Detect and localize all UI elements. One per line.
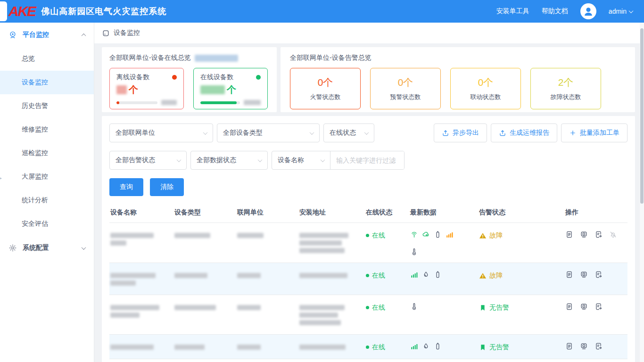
cell-latest-data [410, 230, 474, 256]
filter-select-row2-0[interactable]: 全部告警状态 [109, 151, 187, 170]
doc-arrow-icon[interactable] [594, 271, 603, 279]
doc-icon[interactable] [565, 271, 573, 279]
keyword-input[interactable] [330, 151, 404, 169]
header-link-help-docs[interactable]: 帮助文档 [542, 7, 568, 16]
cell-device-type [173, 335, 236, 359]
camera-icon[interactable] [580, 230, 588, 239]
filter-select-row2-1[interactable]: 全部数据状态 [190, 151, 268, 170]
sidebar-item-0[interactable]: 总览 [0, 47, 94, 71]
user-menu[interactable]: admin [609, 8, 633, 15]
breadcrumb: 设备监控 [94, 23, 644, 43]
cell-device-name [109, 335, 173, 359]
sidebar-item-7[interactable]: 安全评估 [0, 212, 94, 236]
doc-arrow-icon[interactable] [594, 230, 603, 239]
doc-arrow-icon[interactable] [594, 303, 603, 311]
offline-progress-bar [116, 101, 157, 104]
query-button[interactable]: 查询 [109, 178, 143, 196]
redacted-text [299, 248, 345, 253]
screen-icon [102, 29, 110, 37]
export-icon [442, 129, 449, 137]
battery-icon [434, 230, 442, 239]
count-unit: 个 [227, 83, 236, 96]
header-link-install-tool[interactable]: 安装单工具 [496, 7, 529, 16]
redacted-text [237, 233, 264, 238]
sidebar-item-4[interactable]: 巡检监控 [0, 141, 94, 165]
camera-icon[interactable] [580, 271, 588, 279]
select-value: 全部数据状态 [197, 156, 236, 165]
button-label: 异步导出 [453, 129, 479, 137]
online-progress-bar [200, 101, 240, 104]
signal-bars-orange-icon [446, 230, 454, 239]
redacted-text [110, 240, 126, 246]
alarm-status-label: 故障 [489, 271, 503, 280]
cell-network-unit [236, 223, 298, 247]
doc-icon[interactable] [565, 342, 573, 350]
sidebar-group-platform-monitor[interactable]: 平台监控 [0, 23, 94, 47]
drop-icon [422, 271, 430, 279]
doc-icon[interactable] [565, 303, 573, 311]
scrollbar-thumb[interactable] [640, 28, 644, 204]
sidebar-item-1[interactable]: 设备监控 [0, 71, 94, 94]
redacted-text [237, 345, 261, 350]
camera-icon[interactable] [580, 303, 588, 311]
cell-device-type [173, 263, 236, 287]
sidebar-item-6[interactable]: 统计分析 [0, 189, 94, 212]
online-overview-title: 全部联网单位-设备在线总览 [109, 54, 191, 62]
alarm-count: 0个 [398, 76, 413, 89]
redacted-text [299, 320, 341, 325]
alarm-label: 联动状态数 [471, 93, 501, 101]
camera-icon[interactable] [580, 342, 588, 350]
offline-status-dot [172, 75, 177, 80]
sidebar-item-3[interactable]: 维修监控 [0, 118, 94, 141]
generate-report-button[interactable]: 生成运维报告 [491, 123, 557, 142]
cell-network-unit [236, 335, 298, 359]
keyword-field-label: 设备名称 [278, 156, 304, 165]
redacted-text [110, 273, 156, 278]
filter-select-row1-0[interactable]: 全部联网单位 [109, 123, 213, 142]
cloud-icon [422, 230, 430, 239]
sidebar-item-5[interactable]: 大屏监控 [0, 165, 94, 189]
redacted-text [110, 345, 154, 350]
alarm-overview-title: 全部联网单位-设备告警总览 [290, 54, 372, 62]
thermometer-icon [410, 303, 418, 311]
alarm-status-label: 故障 [489, 230, 503, 240]
chevron-down-icon [629, 8, 634, 13]
cell-network-unit [236, 295, 298, 319]
batch-workorder-button[interactable]: 批量添加工单 [561, 123, 627, 142]
table-row: 在线无告警 [109, 295, 627, 335]
logo-plate [0, 1, 7, 21]
chevron-down-icon [321, 157, 325, 162]
async-export-button[interactable]: 异步导出 [434, 123, 487, 142]
cell-online-status: 在线 [365, 335, 409, 359]
sidebar-collapse-handle[interactable]: ▸ [0, 175, 2, 181]
cell-network-unit [236, 263, 298, 287]
alarm-status-label: 无告警 [489, 303, 509, 313]
bookmark-icon [479, 344, 487, 351]
sidebar-group-label: 平台监控 [23, 31, 49, 39]
button-label: 批量添加工单 [580, 129, 619, 137]
app-header: AKE 佛山高新园区电气火灾监控系统 安装单工具 帮助文档 admin [0, 0, 644, 23]
count-unit: 个 [129, 83, 138, 96]
alarm-label: 故障状态数 [551, 93, 581, 101]
sidebar-item-2[interactable]: 历史告警 [0, 94, 94, 118]
column-header: 设备类型 [173, 204, 236, 222]
cell-install-address [298, 335, 365, 359]
redacted-text [110, 305, 159, 310]
online-status-dot [256, 75, 261, 80]
avatar[interactable] [580, 3, 596, 19]
filter-select-row1-1[interactable]: 全部设备类型 [217, 123, 320, 142]
online-dot [366, 274, 369, 277]
filter-select-row1-2[interactable]: 在线状态 [323, 123, 374, 142]
doc-icon[interactable] [565, 230, 573, 239]
warning-icon [479, 272, 487, 280]
sidebar-group-system-config[interactable]: 系统配置 [0, 236, 94, 260]
redacted-text [299, 313, 338, 318]
bell-mute-icon[interactable] [609, 230, 617, 239]
button-label: 生成运维报告 [510, 129, 549, 137]
chevron-down-icon [203, 130, 208, 135]
keyword-field-select[interactable]: 设备名称 [272, 151, 330, 169]
clear-button[interactable]: 清除 [150, 178, 184, 196]
cell-alarm-status: 无告警 [479, 303, 561, 313]
doc-arrow-icon[interactable] [594, 342, 603, 350]
column-header: 告警状态 [478, 204, 564, 222]
